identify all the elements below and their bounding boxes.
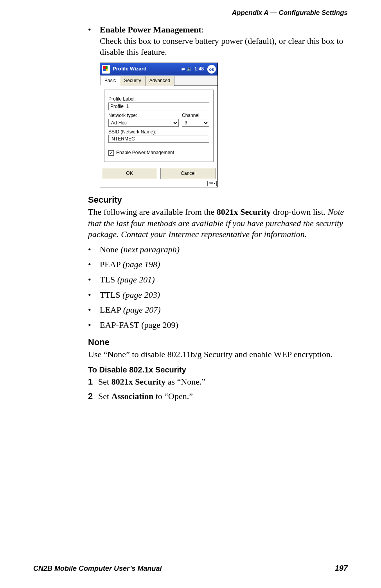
step-1: 1 Set 8021x Security as “None.” — [88, 376, 348, 388]
clock: 1:48 — [194, 66, 204, 72]
list-item-label: PEAP — [100, 259, 122, 269]
profile-wizard-screenshot: Profile Wizard ⇄ 1:48 ok Basic Security … — [100, 63, 218, 188]
step-b: as “None.” — [165, 377, 205, 387]
bullet-title: Enable Power Management — [100, 25, 201, 34]
step-body: Set Association to “Open.” — [98, 391, 193, 402]
list-item-ref: (next paragraph) — [120, 245, 180, 254]
network-type-select[interactable]: Ad-Hoc — [108, 119, 179, 127]
bullet-colon: : — [201, 25, 204, 34]
list-item-label: TTLS — [100, 290, 122, 300]
list-item: • TLS (page 201) — [88, 274, 348, 286]
list-item-ref: (page 203) — [122, 290, 160, 300]
bullet-mark: • — [88, 259, 100, 270]
tab-strip: Basic Security Advanced — [100, 76, 217, 86]
ssid-label: SSID (Network Name): — [108, 129, 209, 135]
power-mgmt-row: ✓ Enable Power Management — [108, 150, 209, 156]
power-mgmt-checkbox-label: Enable Power Management — [116, 150, 174, 156]
list-item: • None (next paragraph) — [88, 244, 348, 255]
step-number: 2 — [88, 391, 98, 402]
ok-button[interactable]: OK — [102, 168, 157, 180]
window-title: Profile Wizard — [113, 66, 182, 72]
network-type-label: Network type: — [108, 113, 179, 119]
security-intro-bold: 8021x Security — [217, 207, 271, 217]
list-item-body: PEAP (page 198) — [100, 259, 348, 270]
footer-page-number: 197 — [335, 563, 348, 573]
bullet-mark: • — [88, 244, 100, 255]
list-item-ref: (page 201) — [117, 275, 155, 284]
bullet-mark: • — [88, 304, 100, 316]
step-b: to “Open.” — [153, 391, 193, 401]
system-tray: ⇄ 1:48 ok — [182, 65, 216, 74]
bullet-mark: • — [88, 320, 100, 331]
none-para: Use “None” to disable 802.11b/g Security… — [88, 349, 348, 360]
bullet-enable-power-management: • Enable Power Management: Check this bo… — [88, 24, 348, 58]
bullet-desc: Check this box to conserve battery power… — [100, 36, 343, 57]
security-list: • None (next paragraph) • PEAP (page 198… — [88, 244, 348, 331]
subheading-disable-8021x: To Disable 802.1x Security — [88, 365, 348, 375]
list-item-label: TLS — [100, 275, 117, 284]
tab-basic[interactable]: Basic — [100, 76, 120, 86]
list-item-ref: (page 207) — [123, 305, 161, 315]
ok-circle-button[interactable]: ok — [207, 65, 216, 74]
security-intro: The following are available from the 802… — [88, 207, 348, 240]
page-content: • Enable Power Management: Check this bo… — [88, 24, 348, 405]
step-2: 2 Set Association to “Open.” — [88, 391, 348, 402]
footer-manual-title: CN2B Mobile Computer User’s Manual — [33, 564, 162, 573]
bullet-body: Enable Power Management: Check this box … — [100, 24, 348, 58]
list-item: • TTLS (page 203) — [88, 290, 348, 301]
bullet-mark: • — [88, 290, 100, 301]
list-item: • PEAP (page 198) — [88, 259, 348, 270]
power-mgmt-checkbox[interactable]: ✓ — [108, 150, 114, 156]
list-item-label: None — [100, 245, 120, 254]
list-item: • LEAP (page 207) — [88, 304, 348, 316]
step-body: Set 8021x Security as “None.” — [98, 376, 205, 388]
tab-advanced[interactable]: Advanced — [145, 76, 174, 86]
list-item-body: TTLS (page 203) — [100, 290, 348, 301]
profile-label-label: Profile Label: — [108, 96, 209, 102]
security-intro-b: drop-down list. — [271, 207, 327, 217]
step-bold: Association — [111, 391, 154, 401]
windows-flag-icon — [102, 65, 110, 74]
step-number: 1 — [88, 376, 98, 388]
bullet-mark: • — [88, 24, 100, 58]
list-item-label: LEAP — [100, 305, 123, 315]
form-area: Profile Label: Network type: Ad-Hoc Chan… — [104, 90, 214, 162]
list-item-body: EAP-FAST (page 209) — [100, 320, 348, 331]
bullet-mark: • — [88, 274, 100, 286]
dialog-button-row: OK Cancel — [100, 166, 217, 181]
speaker-icon — [187, 66, 192, 72]
channel-label: Channel: — [182, 113, 209, 119]
running-header: Appendix A — Configurable Settings — [232, 9, 348, 17]
step-a: Set — [98, 377, 111, 387]
titlebar: Profile Wizard ⇄ 1:48 ok — [100, 63, 217, 76]
list-item-body: LEAP (page 207) — [100, 304, 348, 316]
keyboard-icon[interactable]: ⌨▴ — [207, 181, 217, 186]
channel-select[interactable]: 3 — [182, 119, 209, 127]
heading-security: Security — [88, 194, 348, 206]
sip-bar: ⌨▴ — [100, 181, 217, 187]
security-intro-a: The following are available from the — [88, 207, 217, 217]
connection-icon: ⇄ — [182, 67, 185, 71]
ssid-input[interactable] — [108, 135, 209, 143]
list-item-body: None (next paragraph) — [100, 244, 348, 255]
list-item-ref: (page 198) — [122, 259, 160, 269]
list-item-body: TLS (page 201) — [100, 274, 348, 286]
list-item-label: EAP-FAST (page 209) — [100, 320, 178, 330]
heading-none: None — [88, 337, 348, 348]
step-bold: 8021x Security — [111, 377, 166, 387]
profile-label-input[interactable] — [108, 102, 209, 110]
list-item: • EAP-FAST (page 209) — [88, 320, 348, 331]
tab-security[interactable]: Security — [120, 76, 145, 86]
cancel-button[interactable]: Cancel — [160, 168, 216, 180]
step-a: Set — [98, 391, 111, 401]
